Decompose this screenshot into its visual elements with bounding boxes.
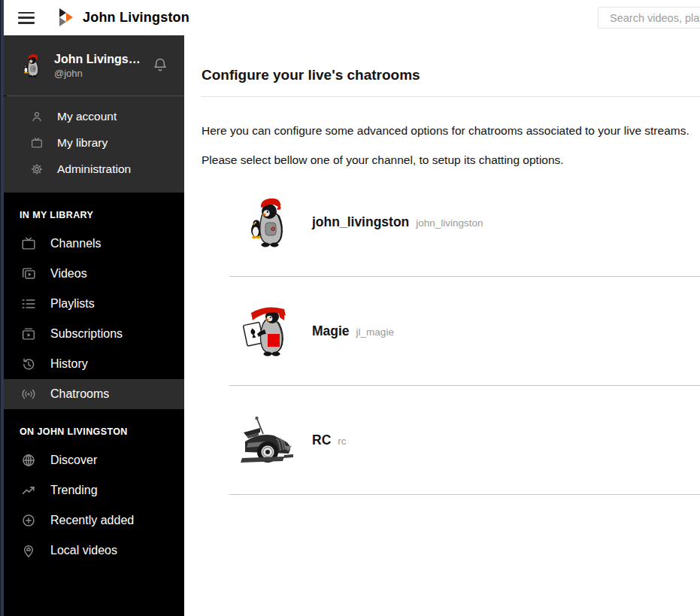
sidebar-item-playlists[interactable]: Playlists: [0, 289, 184, 319]
notifications-bell-icon[interactable]: [151, 56, 169, 75]
sidebar-item-history[interactable]: History: [0, 349, 184, 379]
map-pin-home-icon: [20, 542, 37, 559]
sidebar-item-trending[interactable]: Trending: [0, 475, 184, 505]
penguin-magician-card-avatar: [241, 304, 295, 358]
sidebar-item-my-library[interactable]: My library: [0, 129, 184, 156]
menu-toggle-icon[interactable]: [18, 12, 35, 24]
sidebar-item-channels[interactable]: Channels: [0, 229, 184, 259]
sidebar-item-videos[interactable]: Videos: [0, 259, 184, 289]
penguin-red-cap-avatar: [241, 195, 295, 249]
sidebar-item-my-account[interactable]: My account: [0, 103, 184, 129]
sidebar-item-discover[interactable]: Discover: [0, 445, 184, 475]
sidebar-section-in-my-library: IN MY LIBRARY Channels Videos: [0, 210, 184, 409]
sidebar-item-label: History: [50, 357, 88, 371]
history-icon: [20, 356, 37, 372]
channel-row-magie[interactable]: Magie jl_magie: [229, 277, 700, 386]
section-title: IN MY LIBRARY: [0, 210, 184, 220]
channel-text: john_livingston john_livingston: [312, 214, 483, 230]
sidebar-item-subscriptions[interactable]: Subscriptions: [0, 319, 184, 349]
sidebar-section-on-instance: ON JOHN LIVINGSTON Discover Trending: [0, 426, 184, 566]
title-divider: [201, 96, 700, 97]
intro-paragraph: Here you can configure some advanced opt…: [202, 123, 700, 138]
sidebar-user-links: My account My library Administration: [0, 96, 184, 193]
user-icon: [30, 110, 44, 123]
channel-row-rc[interactable]: RC rc: [229, 386, 700, 495]
user-names: John Livingston @john: [54, 53, 141, 79]
channel-text: Magie jl_magie: [312, 323, 394, 339]
tv-icon: [20, 235, 37, 252]
sidebar-item-label: Local videos: [50, 544, 117, 557]
subscriptions-icon: [20, 326, 37, 342]
sidebar-item-label: Discover: [50, 454, 97, 467]
rc-car-avatar: [241, 413, 295, 467]
sidebar-item-label: Trending: [50, 484, 98, 497]
sidebar-item-label: Chatrooms: [50, 387, 109, 401]
channel-display-name: RC: [312, 432, 331, 448]
user-avatar[interactable]: [19, 53, 44, 78]
top-bar: John Livingston: [0, 0, 700, 35]
videos-icon: [20, 266, 37, 282]
sidebar: John Livingston @john My account: [0, 35, 184, 616]
sidebar-item-administration[interactable]: Administration: [0, 156, 184, 182]
sidebar-item-label: Subscriptions: [50, 327, 123, 341]
sidebar-item-local-videos[interactable]: Local videos: [0, 536, 184, 566]
trending-icon: [20, 482, 37, 499]
channel-display-name: Magie: [312, 323, 350, 339]
intro-paragraph: Please select bellow one of your channel…: [202, 153, 700, 168]
plus-circle-icon: [20, 512, 37, 529]
channel-handle: jl_magie: [356, 326, 394, 338]
tv-icon: [30, 136, 44, 150]
gear-icon: [30, 162, 44, 176]
channel-text: RC rc: [312, 432, 347, 448]
section-title: ON JOHN LIVINGSTON: [0, 426, 184, 437]
channel-row-john-livingston[interactable]: john_livingston john_livingston: [229, 168, 700, 277]
globe-icon: [20, 452, 37, 469]
page-title: Configure your live's chatrooms: [202, 66, 700, 84]
sidebar-item-label: Videos: [50, 267, 87, 281]
sidebar-item-label: My library: [57, 136, 108, 150]
search-input[interactable]: [598, 7, 700, 29]
sidebar-item-label: Recently added: [50, 514, 134, 527]
instance-title[interactable]: John Livingston: [83, 10, 189, 26]
sidebar-item-chatrooms[interactable]: Chatrooms: [0, 379, 184, 409]
broadcast-icon: [20, 386, 37, 402]
peertube-logo-icon[interactable]: [56, 8, 74, 28]
user-handle: @john: [54, 68, 141, 79]
main-content: Configure your live's chatrooms Here you…: [184, 35, 700, 616]
playlist-icon: [20, 296, 37, 312]
sidebar-item-recently-added[interactable]: Recently added: [0, 505, 184, 536]
channel-handle: rc: [338, 435, 346, 447]
sidebar-item-label: Channels: [50, 237, 102, 250]
channel-handle: john_livingston: [416, 217, 483, 229]
sidebar-user-block[interactable]: John Livingston @john: [0, 35, 184, 96]
channel-display-name: john_livingston: [312, 214, 409, 230]
sidebar-item-label: Administration: [57, 162, 131, 176]
sidebar-item-label: My account: [57, 110, 117, 123]
left-scrollbar-strip[interactable]: [0, 0, 4, 616]
user-display-name: John Livingston: [54, 53, 141, 66]
channel-list: john_livingston john_livingston Magie jl…: [229, 168, 700, 495]
sidebar-item-label: Playlists: [50, 297, 95, 311]
